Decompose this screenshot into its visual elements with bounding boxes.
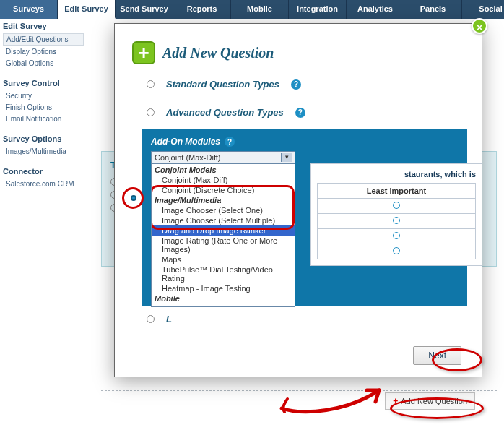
table-cell[interactable] — [318, 229, 476, 244]
sidebar-item-email-notification[interactable]: Email Notification — [3, 113, 84, 124]
add-new-question-label: Add New Question — [401, 397, 467, 405]
col-least-important: Least Important — [318, 184, 476, 199]
plus-icon: + — [132, 41, 155, 64]
next-button[interactable]: Next — [413, 346, 461, 365]
tab-reports[interactable]: Reports — [173, 0, 231, 19]
tab-analytics[interactable]: Analytics — [347, 0, 404, 19]
dropdown-list[interactable]: Conjoint ModelsConjoint (Max-Diff)Conjoi… — [152, 165, 295, 306]
table-cell[interactable] — [318, 214, 476, 229]
radio-icon[interactable] — [147, 108, 155, 116]
sidebar-group-survey-options: Survey Options — [3, 134, 84, 143]
tab-mobile[interactable]: Mobile — [231, 0, 289, 19]
sidebar-item-images-multimedia[interactable]: Images/Multimedia — [3, 146, 84, 157]
question-preview-table: staurants, which is Least Important — [310, 163, 482, 266]
tab-surveys[interactable]: Surveys — [0, 0, 58, 19]
help-icon[interactable]: ? — [225, 137, 235, 147]
close-button[interactable]: × — [472, 18, 487, 34]
dropdown-item[interactable]: Heatmap - Image Testing — [152, 283, 295, 293]
dropdown-item[interactable]: Conjoint (Max-Diff) — [152, 175, 295, 185]
dropdown-item[interactable]: Maps — [152, 254, 295, 265]
dropdown-group-label: Mobile — [152, 293, 295, 304]
sidebar-item-security[interactable]: Security — [3, 90, 84, 101]
dropdown-item[interactable]: TubePulse™ Dial Testing/Video Rating — [152, 265, 295, 283]
tab-send-survey[interactable]: Send Survey — [116, 0, 173, 19]
help-icon[interactable]: ? — [295, 108, 305, 118]
chevron-down-icon[interactable]: ▾ — [281, 153, 292, 162]
radio-icon[interactable] — [147, 315, 155, 323]
sidebar-item-salesforce-crm[interactable]: Salesforce.com CRM — [3, 179, 84, 189]
sidebar-item-display-options[interactable]: Display Options — [3, 46, 84, 57]
sidebar-item-add-edit-questions[interactable]: Add/Edit Questions — [3, 33, 84, 46]
radio-icon[interactable] — [393, 217, 400, 224]
table-cell[interactable] — [318, 199, 476, 214]
radio-icon[interactable] — [393, 247, 400, 254]
advanced-label: Advanced Question Types — [166, 107, 284, 118]
dropdown-item[interactable]: QR Code - Like / Dislike — [152, 304, 295, 306]
help-icon[interactable]: ? — [291, 79, 301, 90]
tab-panels[interactable]: Panels — [404, 0, 462, 19]
table-cell[interactable] — [318, 244, 476, 259]
dropdown-group-label: Conjoint Models — [152, 165, 295, 175]
sidebar-group-survey-control: Survey Control — [3, 79, 84, 87]
radio-icon[interactable] — [147, 80, 155, 88]
last-question-type-row[interactable]: L — [115, 306, 482, 324]
divider — [101, 390, 497, 391]
dropdown-item[interactable]: Drag and Drop Image Ranker — [152, 225, 295, 236]
tab-edit-survey[interactable]: Edit Survey — [58, 0, 116, 19]
advanced-question-types-row[interactable]: Advanced Question Types ? — [115, 103, 482, 122]
sidebar-item-global-options[interactable]: Global Options — [3, 58, 84, 69]
last-label: L — [166, 314, 172, 324]
sidebar: Edit Survey Add/Edit Questions Display O… — [0, 17, 87, 204]
tab-social[interactable]: Social — [462, 0, 504, 19]
radio-selected-icon — [131, 195, 136, 201]
sidebar-group-edit-survey: Edit Survey — [3, 22, 84, 30]
tab-integration[interactable]: Integration — [289, 0, 347, 19]
add-new-question-button[interactable]: + Add New Question — [385, 392, 475, 410]
addon-label: Add-On Modules — [151, 137, 220, 147]
plus-icon: + — [393, 396, 398, 406]
radio-icon[interactable] — [393, 202, 400, 209]
preview-title-fragment: staurants, which is — [317, 170, 476, 179]
dropdown-item[interactable]: Image Rating (Rate One or More Images) — [152, 236, 295, 254]
tab-bar: Surveys Edit Survey Send Survey Reports … — [0, 0, 504, 19]
dropdown-item[interactable]: Image Chooser (Select Multiple) — [152, 215, 295, 225]
addon-dropdown[interactable]: Conjoint (Max-Diff) ▾ Conjoint ModelsCon… — [151, 151, 295, 307]
sidebar-group-connector: Connector — [3, 167, 84, 176]
dropdown-selected-value: Conjoint (Max-Diff) — [155, 153, 221, 162]
dropdown-item[interactable]: Image Chooser (Select One) — [152, 205, 295, 215]
modal-title: Add New Question — [162, 45, 274, 61]
dropdown-item[interactable]: Conjoint (Discrete Choice) — [152, 185, 295, 195]
radio-icon[interactable] — [393, 232, 400, 239]
standard-label: Standard Question Types — [166, 79, 279, 90]
sidebar-item-finish-options[interactable]: Finish Options — [3, 102, 84, 113]
standard-question-types-row[interactable]: Standard Question Types ? — [115, 74, 482, 94]
dropdown-group-label: Image/Multimedia — [152, 195, 295, 205]
